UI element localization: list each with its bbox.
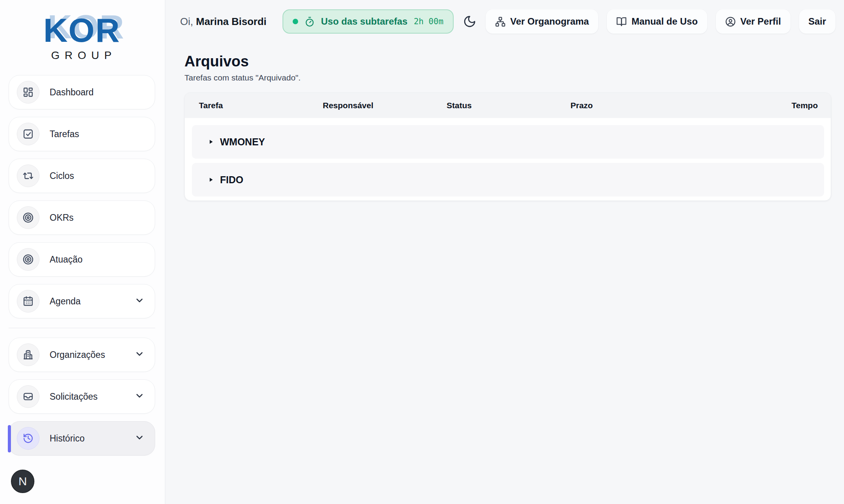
table-header-row: Tarefa Responsável Status Prazo Tempo — [185, 93, 831, 118]
inbox-icon — [17, 385, 39, 408]
timer-icon — [304, 16, 315, 27]
sidebar-item-organizacoes[interactable]: Organizações — [9, 338, 155, 372]
group-row-wmoney[interactable]: WMONEY — [192, 125, 824, 159]
subtask-usage-badge[interactable]: Uso das subtarefas 2h 00m — [283, 9, 454, 34]
calendar-icon — [17, 290, 39, 313]
org-chart-icon — [495, 16, 506, 27]
sair-button[interactable]: Sair — [799, 9, 835, 34]
sidebar-item-label: OKRs — [50, 213, 73, 223]
usage-badge-label: Uso das subtarefas — [321, 16, 408, 27]
column-header-responsavel: Responsável — [323, 101, 447, 110]
status-dot — [293, 19, 298, 24]
building-icon — [17, 343, 39, 366]
triangle-right-icon — [208, 177, 214, 183]
sidebar-item-tarefas[interactable]: Tarefas — [9, 117, 155, 151]
user-name: Marina Bisordi — [196, 16, 266, 27]
sidebar-item-atuacao[interactable]: Atuação — [9, 242, 155, 277]
chevron-down-icon — [134, 349, 145, 361]
sidebar-item-label: Atuação — [50, 254, 82, 265]
ver-organograma-button[interactable]: Ver Organograma — [486, 9, 598, 34]
sidebar-item-label: Dashboard — [50, 87, 94, 98]
table-body: WMONEY FIDO — [185, 118, 831, 200]
greeting-prefix: Oi, — [180, 16, 193, 27]
sidebar-item-ciclos[interactable]: Ciclos — [9, 159, 155, 193]
target-icon — [17, 248, 39, 271]
column-header-status: Status — [447, 101, 570, 110]
button-label: Ver Perfil — [740, 16, 781, 27]
sidebar: KOR GROUP Dashboard Tarefas Ciclos — [0, 0, 165, 504]
user-circle-icon — [725, 16, 736, 27]
dashboard-icon — [17, 81, 39, 104]
sidebar-divider — [9, 328, 155, 328]
column-header-tarefa: Tarefa — [199, 101, 323, 110]
button-label: Manual de Uso — [631, 16, 697, 27]
column-header-tempo: Tempo — [694, 101, 818, 110]
topbar: Oi, Marina Bisordi Uso das subtarefas 2h… — [165, 0, 844, 43]
sidebar-item-label: Ciclos — [50, 171, 74, 181]
sidebar-item-label: Solicitações — [50, 391, 98, 402]
chevron-down-icon — [134, 433, 145, 444]
sidebar-item-solicitacoes[interactable]: Solicitações — [9, 379, 155, 414]
sidebar-item-dashboard[interactable]: Dashboard — [9, 75, 155, 109]
app-root: KOR GROUP Dashboard Tarefas Ciclos — [0, 0, 844, 504]
button-label: Ver Organograma — [510, 16, 589, 27]
column-header-prazo: Prazo — [570, 101, 694, 110]
page-title: Arquivos — [184, 53, 831, 70]
content: Arquivos Tarefas com status "Arquivado".… — [165, 43, 844, 201]
chevron-down-icon — [134, 391, 145, 402]
page-subtitle: Tarefas com status "Arquivado". — [184, 73, 831, 82]
sidebar-item-label: Agenda — [50, 296, 80, 307]
target-icon — [17, 206, 39, 229]
sidebar-item-historico[interactable]: Histórico — [9, 421, 155, 456]
sidebar-item-okrs[interactable]: OKRs — [9, 200, 155, 235]
ver-perfil-button[interactable]: Ver Perfil — [716, 9, 790, 34]
button-label: Sair — [808, 16, 826, 27]
sidebar-item-agenda[interactable]: Agenda — [9, 284, 155, 318]
brand-logo-text: KOR — [43, 13, 120, 47]
dark-mode-toggle[interactable] — [462, 15, 477, 28]
usage-badge-time: 2h 00m — [414, 17, 443, 26]
active-accent-bar — [8, 425, 11, 452]
sidebar-nav: Dashboard Tarefas Ciclos OKRs — [9, 75, 155, 456]
avatar[interactable]: N — [11, 470, 34, 493]
check-square-icon — [17, 123, 39, 145]
manual-de-uso-button[interactable]: Manual de Uso — [607, 9, 707, 34]
main-area: Oi, Marina Bisordi Uso das subtarefas 2h… — [165, 0, 844, 504]
group-name: WMONEY — [220, 136, 265, 148]
history-icon — [17, 427, 39, 450]
moon-icon — [463, 15, 476, 28]
sidebar-item-label: Histórico — [50, 433, 84, 444]
group-name: FIDO — [220, 174, 243, 186]
chevron-down-icon — [134, 295, 145, 307]
brand-logo: KOR GROUP — [9, 13, 155, 62]
triangle-right-icon — [208, 139, 214, 145]
book-open-icon — [616, 16, 627, 27]
archives-table: Tarefa Responsável Status Prazo Tempo WM… — [184, 93, 831, 201]
sidebar-item-label: Organizações — [50, 350, 105, 360]
greeting: Oi, Marina Bisordi — [180, 16, 266, 28]
sidebar-item-label: Tarefas — [50, 129, 79, 139]
repeat-icon — [17, 164, 39, 187]
group-row-fido[interactable]: FIDO — [192, 163, 824, 197]
brand-logo-subtext: GROUP — [13, 49, 155, 62]
